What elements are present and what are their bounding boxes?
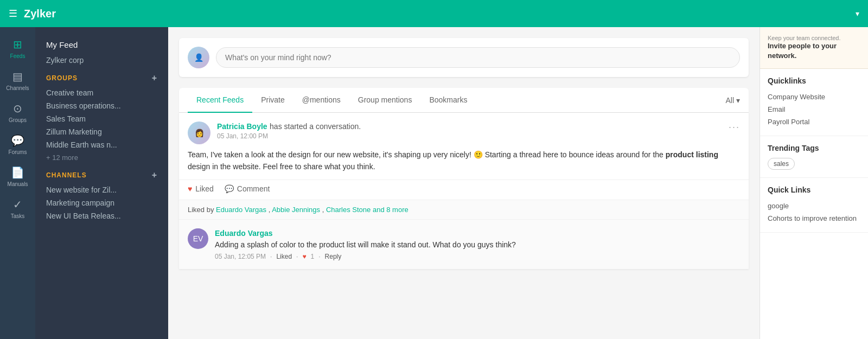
tab-all[interactable]: All ▾ — [725, 96, 740, 105]
quicklinks-section: Quicklinks Company Website Email Payroll… — [760, 69, 868, 136]
comment-button[interactable]: 💬 Comment — [225, 184, 270, 193]
trending-tags-title: Trending Tags — [768, 144, 860, 152]
nav-forums[interactable]: 💬 Forums — [0, 129, 35, 161]
groups-label: Groups — [9, 117, 27, 123]
sidebar-item-business-ops[interactable]: Business operations... — [35, 99, 168, 112]
commenter-avatar: EV — [188, 228, 208, 249]
sidebar-item-zillum-marketing[interactable]: Zillum Marketing — [35, 125, 168, 138]
nav-manuals[interactable]: 📄 Manuals — [0, 161, 35, 193]
liked-by-user-3[interactable]: Charles Stone — [326, 206, 371, 214]
post-author-line: Patricia Boyle has started a conversatio… — [217, 121, 361, 131]
sidebar-item-new-website[interactable]: New website for Zil... — [35, 183, 168, 196]
manuals-icon: 📄 — [11, 166, 24, 179]
channels-header-label: CHANNELS — [46, 171, 87, 179]
feeds-label: Feeds — [10, 53, 25, 59]
comment-like-count: 1 — [311, 253, 315, 260]
liked-by-section: Liked by Eduardo Vargas , Abbie Jennings… — [179, 200, 749, 219]
groups-more-link[interactable]: + 12 more — [35, 151, 168, 164]
sidebar-zylker-corp[interactable]: Zylker corp — [35, 54, 168, 67]
groups-icon: ⊙ — [13, 102, 22, 115]
post-author-avatar: 👩 — [188, 121, 210, 144]
avatar-image: 👤 — [188, 47, 209, 68]
comment-meta: 05 Jan, 12:05 PM · Liked · ♥ 1 · Reply — [215, 253, 516, 260]
quicklink-company-website[interactable]: Company Website — [768, 91, 860, 103]
sidebar-item-new-ui-beta[interactable]: New UI Beta Releas... — [35, 209, 168, 222]
comment-item: EV Eduardo Vargas Adding a splash of col… — [188, 228, 740, 260]
comment-like-button[interactable]: Liked — [276, 253, 292, 260]
comment-label: Comment — [237, 184, 270, 193]
sidebar: My Feed Zylker corp GROUPS + Creative te… — [35, 27, 168, 339]
manuals-label: Manuals — [8, 181, 28, 187]
sidebar-item-creative-team[interactable]: Creative team — [35, 86, 168, 99]
liked-by-user-1[interactable]: Eduardo Vargas — [216, 206, 266, 214]
tasks-label: Tasks — [11, 213, 25, 219]
commenter-name[interactable]: Eduardo Vargas — [215, 229, 273, 238]
add-group-button[interactable]: + — [152, 73, 157, 83]
quicklinks-title: Quicklinks — [768, 76, 860, 85]
channels-section-header: CHANNELS + — [35, 164, 168, 183]
liked-by-more-link[interactable]: and 8 more — [373, 206, 409, 214]
channels-label: Channels — [6, 85, 29, 91]
main-content: 👤 Recent Feeds Private @mentions Group m… — [168, 27, 760, 339]
quick-link-google[interactable]: google — [768, 200, 860, 212]
groups-header-label: GROUPS — [46, 74, 78, 82]
forums-icon: 💬 — [11, 134, 24, 147]
sidebar-my-feed[interactable]: My Feed — [35, 36, 168, 54]
tab-group-mentions[interactable]: Group mentions — [349, 88, 421, 113]
tab-bookmarks[interactable]: Bookmarks — [420, 88, 476, 113]
post-card: 👩 Patricia Boyle has started a conversat… — [179, 113, 749, 269]
post-text-after: design in the website. Feel free to shar… — [188, 162, 375, 171]
tab-private[interactable]: Private — [252, 88, 293, 113]
comment-section: EV Eduardo Vargas Adding a splash of col… — [179, 219, 749, 269]
nav-tasks[interactable]: ✓ Tasks — [0, 193, 35, 225]
nav-feeds[interactable]: ⊞ Feeds — [0, 33, 35, 65]
post-header-left: 👩 Patricia Boyle has started a conversat… — [188, 121, 361, 144]
add-channel-button[interactable]: + — [152, 170, 157, 180]
comment-reply-button[interactable]: Reply — [325, 253, 342, 260]
sidebar-item-sales-team[interactable]: Sales Team — [35, 112, 168, 125]
comment-text: Adding a splash of color to the product … — [215, 239, 516, 251]
quick-links-section: Quick Links google Cohorts to improve re… — [760, 178, 868, 233]
icon-nav: ⊞ Feeds ▤ Channels ⊙ Groups 💬 Forums 📄 M… — [0, 27, 35, 339]
post-composer: 👤 — [179, 38, 749, 77]
tab-mentions[interactable]: @mentions — [293, 88, 349, 113]
nav-channels[interactable]: ▤ Channels — [0, 65, 35, 97]
composer-avatar: 👤 — [188, 47, 209, 68]
hamburger-icon[interactable]: ☰ — [9, 8, 17, 20]
post-text-highlight: product listing — [666, 150, 718, 159]
post-text-before: Team, I've taken a look at the design fo… — [188, 150, 666, 159]
liked-by-prefix: Liked by — [188, 206, 214, 214]
trending-tag-sales[interactable]: sales — [768, 158, 795, 170]
app-title: Zylker — [24, 8, 856, 20]
quicklink-payroll-portal[interactable]: Payroll Portal — [768, 116, 860, 128]
tab-recent-feeds[interactable]: Recent Feeds — [188, 88, 252, 113]
post-author-name[interactable]: Patricia Boyle — [217, 122, 267, 131]
sidebar-item-middle-earth[interactable]: Middle Earth was n... — [35, 138, 168, 151]
post-options-button[interactable]: ··· — [729, 121, 740, 133]
nav-groups[interactable]: ⊙ Groups — [0, 97, 35, 129]
invite-small-text: Keep your team connected. — [768, 35, 860, 41]
post-meta: Patricia Boyle has started a conversatio… — [217, 121, 361, 140]
liked-by-user-2[interactable]: Abbie Jennings — [272, 206, 320, 214]
all-chevron-icon: ▾ — [736, 96, 740, 105]
all-label: All — [725, 96, 734, 105]
post-body: Team, I've taken a look at the design fo… — [179, 149, 749, 180]
composer-input[interactable] — [216, 47, 740, 68]
topbar-chevron-icon[interactable]: ▾ — [856, 9, 859, 18]
like-button[interactable]: ♥ Liked — [188, 184, 214, 193]
comment-body: Eduardo Vargas Adding a splash of color … — [215, 228, 516, 260]
heart-icon: ♥ — [188, 184, 192, 193]
quick-link-cohorts[interactable]: Cohorts to improve retention — [768, 212, 860, 225]
tasks-icon: ✓ — [13, 198, 22, 211]
feed-tabs: Recent Feeds Private @mentions Group men… — [179, 88, 749, 113]
dot-separator-2: · — [296, 253, 298, 260]
sidebar-item-marketing-campaign[interactable]: Marketing campaign — [35, 196, 168, 209]
post-header: 👩 Patricia Boyle has started a conversat… — [179, 113, 749, 149]
post-actions: ♥ Liked 💬 Comment — [179, 180, 749, 200]
quick-links-title: Quick Links — [768, 186, 860, 194]
forums-label: Forums — [9, 149, 27, 155]
quicklink-email[interactable]: Email — [768, 103, 860, 116]
invite-banner: Keep your team connected. Invite people … — [760, 27, 868, 69]
comment-time: 05 Jan, 12:05 PM — [215, 253, 266, 260]
post-action-label: has started a conversation. — [270, 122, 361, 131]
